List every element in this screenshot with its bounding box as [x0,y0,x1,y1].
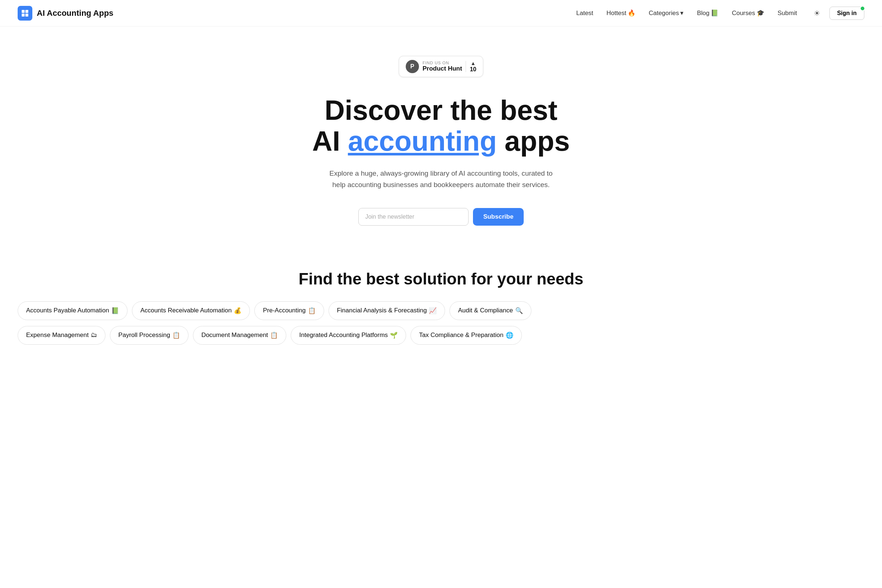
logo[interactable]: AI Accounting Apps [18,6,114,21]
cat-accounts-receivable[interactable]: Accounts Receivable Automation 💰 [132,302,250,320]
svg-rect-3 [26,14,28,16]
svg-rect-2 [22,14,25,16]
svg-rect-0 [22,10,25,13]
main-nav: Latest Hottest 🔥 Categories ▾ Blog 📗 Cou… [576,9,797,17]
cat-tax-compliance[interactable]: Tax Compliance & Preparation 🌐 [411,326,522,345]
categories-row-2: Expense Management 🗂 Payroll Processing … [18,326,864,351]
nav-submit[interactable]: Submit [778,9,797,17]
cat-financial-analysis[interactable]: Financial Analysis & Forecasting 📈 [328,302,446,320]
sun-icon: ☀ [814,9,820,18]
solutions-section: Find the best solution for your needs Ac… [0,248,882,362]
nav-courses[interactable]: Courses 🎓 [732,9,764,17]
cat-audit-compliance[interactable]: Audit & Compliance 🔍 [450,302,531,320]
solutions-title: Find the best solution for your needs [18,270,864,288]
nav-categories[interactable]: Categories ▾ [649,9,684,17]
nav-hottest[interactable]: Hottest 🔥 [606,9,635,17]
hero-section: P FIND US ON Product Hunt ▲ 10 Discover … [0,27,882,248]
chevron-down-icon: ▾ [680,9,684,17]
ph-divider [466,61,466,72]
logo-text: AI Accounting Apps [37,9,114,18]
product-hunt-badge[interactable]: P FIND US ON Product Hunt ▲ 10 [399,56,483,77]
product-hunt-text: FIND US ON Product Hunt [423,61,462,72]
cat-document-management[interactable]: Document Management 📋 [193,326,286,345]
nav-latest[interactable]: Latest [576,9,593,17]
cat-expense-management[interactable]: Expense Management 🗂 [18,326,105,345]
hero-subtitle: Explore a huge, always-growing library o… [323,168,559,190]
ph-votes: ▲ 10 [470,60,476,73]
newsletter-form: Subscribe [358,208,524,226]
logo-icon [18,6,32,21]
sign-in-button[interactable]: Sign in [830,7,864,20]
header-actions: ☀ Sign in [810,7,864,20]
categories-row-1: Accounts Payable Automation 📗 Accounts R… [18,302,864,326]
cat-accounts-payable[interactable]: Accounts Payable Automation 📗 [18,302,128,320]
svg-rect-1 [26,10,28,13]
theme-toggle-button[interactable]: ☀ [810,7,824,20]
nav-blog[interactable]: Blog 📗 [697,9,718,17]
product-hunt-icon: P [406,60,419,73]
upvote-arrow-icon: ▲ [470,60,476,66]
hero-title: Discover the best AI accounting apps [312,95,570,156]
cat-payroll-processing[interactable]: Payroll Processing 📋 [110,326,189,345]
cat-pre-accounting[interactable]: Pre-Accounting 📋 [254,302,324,320]
cat-integrated-platforms[interactable]: Integrated Accounting Platforms 🌱 [291,326,406,345]
newsletter-input[interactable] [358,208,469,226]
subscribe-button[interactable]: Subscribe [473,208,524,226]
